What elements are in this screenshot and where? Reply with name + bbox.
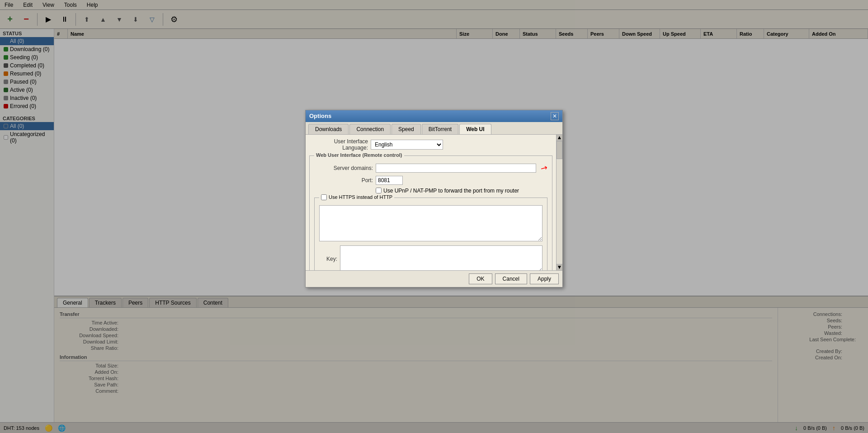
modal-titlebar: Options ✕: [306, 110, 562, 122]
language-label: User Interface Language:: [309, 138, 368, 151]
https-cert-textarea[interactable]: [319, 205, 542, 241]
port-label: Port:: [314, 177, 373, 184]
server-domains-input[interactable]: [376, 164, 536, 173]
modal-content: User Interface Language: EnglishRussianG…: [306, 135, 556, 270]
language-select[interactable]: EnglishRussianGermanFrench: [371, 140, 443, 150]
modal-tab-bar: Downloads Connection Speed BitTorrent We…: [306, 122, 562, 135]
options-modal: Options ✕ Downloads Connection Speed Bit…: [305, 110, 563, 287]
port-input[interactable]: [376, 176, 403, 185]
modal-tab-speed[interactable]: Speed: [392, 124, 421, 134]
https-section-title: Use HTTPS instead of HTTP: [319, 194, 394, 200]
server-domains-label: Server domains:: [314, 165, 373, 171]
scroll-up-button[interactable]: ▲: [557, 135, 562, 141]
apply-button[interactable]: Apply: [530, 273, 559, 284]
modal-scrollbar[interactable]: ▲ ▼: [556, 135, 562, 270]
port-row: Port:: [314, 176, 547, 185]
upnp-label: Use UPnP / NAT-PMP to forward the port f…: [376, 188, 519, 194]
https-checkbox[interactable]: [321, 194, 327, 200]
upnp-row: Use UPnP / NAT-PMP to forward the port f…: [314, 188, 547, 194]
modal-title: Options: [309, 113, 331, 119]
scroll-track: [557, 141, 562, 264]
webui-section-title: Web User Interface (Remote control): [314, 152, 404, 158]
upnp-checkbox[interactable]: [376, 188, 382, 193]
server-domains-row: Server domains: ↗: [314, 163, 547, 173]
cancel-button[interactable]: Cancel: [495, 273, 527, 284]
modal-tab-downloads[interactable]: Downloads: [308, 124, 349, 134]
options-modal-overlay: Options ✕ Downloads Connection Speed Bit…: [0, 0, 868, 433]
upnp-label-text: Use UPnP / NAT-PMP to forward the port f…: [383, 188, 519, 194]
ok-button[interactable]: OK: [469, 273, 492, 284]
modal-tab-connection[interactable]: Connection: [349, 124, 391, 134]
modal-tab-webui[interactable]: Web UI: [459, 124, 491, 134]
modal-footer: OK Cancel Apply: [306, 270, 562, 287]
key-label: Key:: [319, 256, 337, 262]
https-label-text: Use HTTPS instead of HTTP: [329, 194, 392, 200]
language-row: User Interface Language: EnglishRussianG…: [309, 138, 552, 151]
key-row: Key:: [319, 245, 542, 270]
modal-tab-bittorrent[interactable]: BitTorrent: [422, 124, 458, 134]
modal-close-button[interactable]: ✕: [551, 112, 559, 120]
modal-content-wrapper: User Interface Language: EnglishRussianG…: [306, 135, 562, 270]
https-section: Use HTTPS instead of HTTP Key:: [314, 198, 547, 270]
scroll-thumb[interactable]: [557, 141, 562, 159]
webui-section: Web User Interface (Remote control) Serv…: [309, 155, 552, 270]
https-key-textarea[interactable]: [340, 245, 542, 270]
scroll-down-button[interactable]: ▼: [557, 264, 562, 270]
annotation-arrow: ↗: [539, 162, 550, 174]
